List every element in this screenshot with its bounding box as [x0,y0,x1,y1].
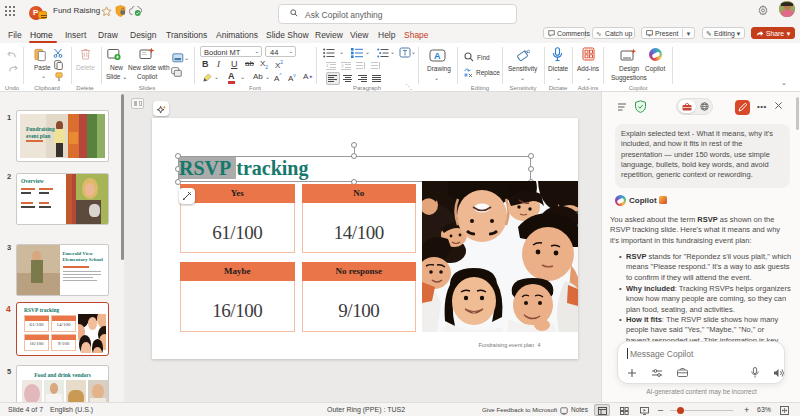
svg-text:A: A [434,51,441,61]
